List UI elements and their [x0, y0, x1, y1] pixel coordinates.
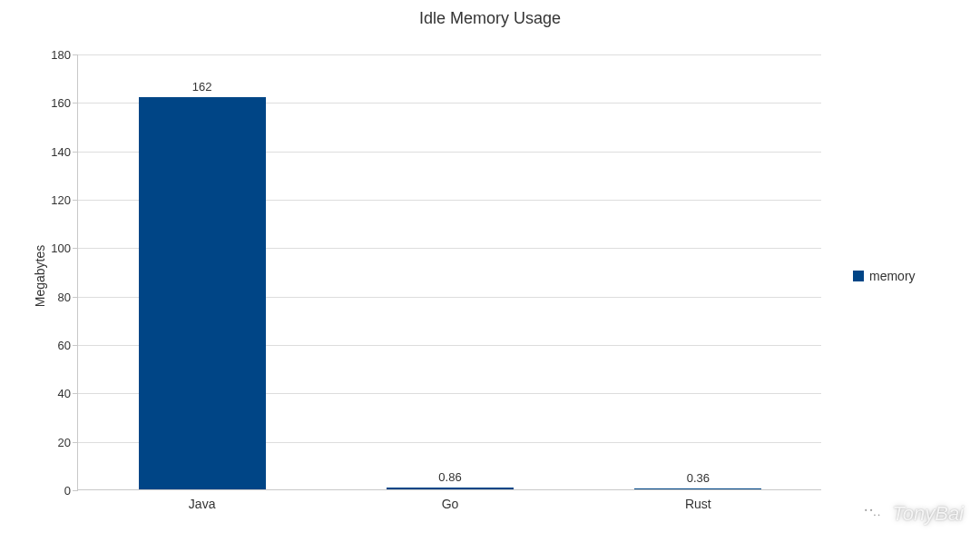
y-tick-label: 100 — [51, 242, 71, 255]
bar-value-label: 162 — [139, 80, 266, 97]
svg-point-2 — [865, 509, 867, 511]
y-tick-label: 140 — [51, 144, 71, 158]
y-tick — [73, 103, 78, 104]
watermark-text: TonyBai — [892, 502, 964, 526]
gridline — [78, 54, 821, 55]
bar-rust: 0.36 — [634, 488, 761, 489]
y-tick-label: 160 — [51, 96, 71, 110]
y-tick-label: 60 — [58, 339, 71, 352]
y-tick-label: 180 — [51, 48, 71, 62]
chart-container: Idle Memory Usage Megabytes 020406080100… — [0, 0, 980, 552]
legend-swatch-icon — [853, 271, 864, 281]
y-tick — [73, 152, 78, 153]
bar-java: 162 — [139, 97, 266, 489]
y-tick-label: 120 — [51, 193, 71, 207]
y-tick-label: 0 — [64, 484, 71, 498]
y-tick — [73, 54, 78, 55]
x-tick-label: Rust — [685, 497, 711, 511]
svg-point-4 — [874, 515, 876, 517]
x-tick-label: Go — [442, 497, 459, 511]
y-tick — [73, 345, 78, 346]
y-tick-label: 20 — [58, 435, 71, 448]
bar-go: 0.86 — [387, 488, 514, 489]
svg-point-1 — [871, 511, 883, 521]
legend-label: memory — [869, 269, 916, 283]
bar-value-label: 0.36 — [634, 471, 761, 488]
y-tick — [73, 200, 78, 201]
legend: memory — [853, 269, 916, 283]
y-tick-label: 80 — [58, 290, 71, 303]
bar-value-label: 0.86 — [387, 470, 514, 488]
plot-area: 020406080100120140160180162Java0.86Go0.3… — [77, 54, 821, 490]
watermark: TonyBai — [859, 501, 964, 527]
svg-point-0 — [862, 506, 877, 518]
y-tick — [73, 393, 78, 394]
x-tick-label: Java — [189, 497, 216, 511]
y-tick — [73, 248, 78, 249]
y-tick — [73, 442, 78, 443]
svg-point-5 — [878, 515, 880, 517]
y-tick-label: 40 — [58, 387, 71, 400]
wechat-icon — [859, 501, 885, 527]
y-axis-label: Megabytes — [33, 245, 47, 307]
svg-point-3 — [870, 509, 872, 511]
chart-title: Idle Memory Usage — [0, 9, 980, 28]
y-tick — [73, 297, 78, 298]
y-tick — [73, 490, 78, 491]
